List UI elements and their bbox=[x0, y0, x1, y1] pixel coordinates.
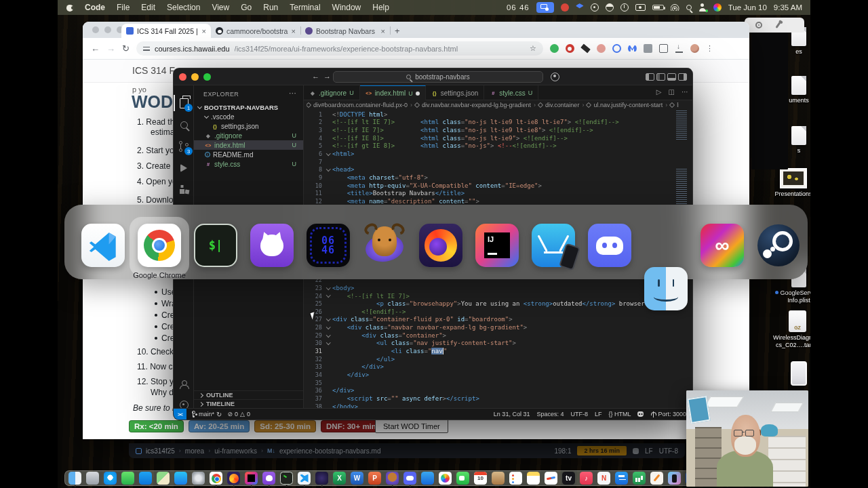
tree-item-style.css[interactable]: #style.cssU bbox=[194, 159, 303, 169]
chrome-menu-icon[interactable]: ⋮ bbox=[706, 44, 713, 53]
cursor-position[interactable]: 198:1 bbox=[554, 447, 571, 455]
breadcrumb-item[interactable]: ui-frameworks bbox=[214, 447, 257, 455]
explorer-icon[interactable]: 1 bbox=[174, 94, 194, 113]
dock-icon-photos[interactable] bbox=[439, 472, 452, 485]
dock-icon-music[interactable] bbox=[580, 472, 593, 485]
menu-item-help[interactable]: Help bbox=[372, 3, 389, 12]
remote-indicator[interactable]: >< bbox=[174, 409, 186, 420]
downloads-icon[interactable] bbox=[675, 44, 684, 53]
capture-icon[interactable] bbox=[635, 4, 646, 11]
app-icon-appstore[interactable] bbox=[532, 224, 575, 267]
back-button[interactable]: ← bbox=[91, 43, 100, 54]
app-icon-finder[interactable] bbox=[644, 267, 688, 310]
dock-icon-terminal[interactable] bbox=[280, 472, 293, 485]
problems-indicator[interactable]: ⊘0△0 bbox=[227, 411, 250, 418]
breadcrumb-item[interactable]: morea bbox=[185, 447, 204, 455]
site-settings-icon[interactable] bbox=[143, 46, 150, 52]
dock-icon-firefox[interactable] bbox=[227, 472, 240, 485]
spotlight-icon[interactable] bbox=[686, 5, 692, 10]
app-icon-chrome[interactable] bbox=[138, 224, 181, 267]
fold-icon[interactable] bbox=[326, 317, 330, 321]
window-controls[interactable] bbox=[92, 26, 123, 33]
breadcrumb-item[interactable]: li.nav bbox=[677, 102, 679, 108]
root-folder[interactable]: BOOTSTRAP-NAVBARS bbox=[194, 102, 303, 112]
app-icon-vscode[interactable] bbox=[81, 224, 125, 267]
dock-icon-excel[interactable] bbox=[333, 472, 346, 485]
dock-icon-finder[interactable] bbox=[68, 472, 81, 485]
dock-icon-testflight[interactable] bbox=[421, 472, 434, 485]
address-bar[interactable]: courses.ics.hawaii.edu/ics314f25/morea/u… bbox=[136, 41, 543, 56]
menu-item-view[interactable]: View bbox=[212, 3, 229, 12]
onepassword-extension-icon[interactable] bbox=[612, 44, 621, 53]
fold-icon[interactable] bbox=[326, 333, 330, 337]
menu-item-terminal[interactable]: Terminal bbox=[290, 3, 320, 12]
dock-icon-safari[interactable] bbox=[104, 472, 117, 485]
status-item[interactable]: {} HTML bbox=[608, 411, 631, 418]
dock-icon-emacs[interactable] bbox=[386, 472, 399, 485]
dock-icon-vscode[interactable] bbox=[298, 472, 311, 485]
pin-icon[interactable] bbox=[775, 22, 781, 28]
app-icon-clock[interactable]: 0646 bbox=[307, 224, 350, 267]
forward-button[interactable]: → bbox=[106, 43, 115, 54]
source-control-icon[interactable]: 3 bbox=[174, 137, 194, 156]
dock-icon-pages[interactable] bbox=[650, 472, 663, 485]
minimize-window-button[interactable] bbox=[191, 73, 199, 81]
timeline-panel[interactable]: TIMELINE bbox=[194, 399, 303, 408]
profile-avatar[interactable] bbox=[690, 44, 699, 53]
close-window-button[interactable] bbox=[92, 26, 99, 33]
app-icon-discord[interactable] bbox=[588, 224, 631, 267]
app-icon-emacs[interactable] bbox=[363, 224, 406, 267]
menu-item-run[interactable]: Run bbox=[263, 3, 278, 12]
tree-item-.vscode[interactable]: .vscode bbox=[194, 112, 303, 121]
breadcrumb-file[interactable]: experience-bootstrap-navbars.md bbox=[279, 447, 381, 455]
menu-item-edit[interactable]: Edit bbox=[141, 3, 155, 12]
dock-icon-facetime[interactable] bbox=[456, 472, 469, 485]
status-item[interactable]: LF bbox=[595, 411, 602, 418]
gear-icon[interactable] bbox=[755, 22, 762, 28]
minimize-window-button[interactable] bbox=[104, 26, 111, 33]
dock-icon-news[interactable] bbox=[597, 472, 610, 485]
breadcrumb-item[interactable]: div.container bbox=[545, 102, 579, 108]
page-search-icon[interactable] bbox=[659, 44, 668, 53]
editor-tab-index.html[interactable]: <>index.htmlU bbox=[360, 85, 426, 100]
dock-icon-appstore[interactable] bbox=[174, 472, 187, 485]
modified-dot-icon[interactable] bbox=[416, 92, 420, 96]
status-item[interactable]: Spaces: 4 bbox=[536, 411, 564, 418]
apple-menu-icon[interactable] bbox=[66, 3, 74, 12]
fold-icon[interactable] bbox=[326, 167, 330, 171]
tree-item-.gitignore[interactable]: ◆.gitignoreU bbox=[194, 131, 303, 140]
run-debug-icon[interactable] bbox=[174, 159, 194, 178]
start-wod-timer-button[interactable]: Start WOD Timer bbox=[375, 419, 448, 433]
dock-icon-obsidian[interactable] bbox=[315, 472, 328, 485]
desktop-file[interactable]: Presentations bbox=[768, 168, 810, 198]
dock-icon-numbers[interactable] bbox=[633, 472, 646, 485]
layout-left-icon[interactable] bbox=[656, 73, 665, 81]
dock-icon-preview[interactable] bbox=[492, 472, 505, 485]
dock-icon-notes[interactable] bbox=[527, 472, 540, 485]
tab-close-icon[interactable]: × bbox=[381, 27, 385, 35]
breadcrumb-item[interactable]: ul.nav.justify-content-start bbox=[593, 102, 663, 108]
time-tracker-badge[interactable]: 2 hrs 16 min bbox=[577, 446, 627, 455]
menu-item-window[interactable]: Window bbox=[332, 3, 361, 12]
editor-tab-style.css[interactable]: #style.cssU bbox=[484, 85, 538, 100]
fold-icon[interactable] bbox=[326, 340, 330, 344]
dock-icon-powerpoint[interactable] bbox=[368, 472, 381, 485]
tab-close-icon[interactable]: × bbox=[292, 27, 296, 35]
app-icon-terminal[interactable]: $| bbox=[194, 224, 237, 267]
zoom-window-button[interactable] bbox=[203, 73, 211, 81]
tree-item-index.html[interactable]: <>index.htmlU bbox=[194, 140, 303, 150]
menu-item-selection[interactable]: Selection bbox=[167, 3, 200, 12]
layout-right-icon[interactable] bbox=[678, 73, 687, 81]
app-icon-adobecc[interactable]: ∞ bbox=[701, 224, 744, 267]
dock-icon-waves[interactable] bbox=[545, 472, 557, 485]
app-icon-firefox[interactable] bbox=[419, 224, 462, 267]
breadcrumb-item[interactable]: div#boardroom.container-fluid.px-0 bbox=[313, 102, 408, 108]
reload-button[interactable]: ↻ bbox=[122, 43, 130, 54]
evernote-extension-icon[interactable] bbox=[550, 44, 559, 53]
dock-icon-calendar[interactable]: 10 bbox=[474, 472, 487, 485]
timer-icon[interactable] bbox=[620, 3, 629, 12]
copilot-icon[interactable] bbox=[637, 411, 644, 417]
dock-icon-chrome[interactable] bbox=[210, 472, 222, 485]
app-icon-intellij[interactable]: IJ bbox=[475, 224, 519, 267]
browser-tab[interactable]: Bootstrap Navbars× bbox=[300, 24, 390, 38]
